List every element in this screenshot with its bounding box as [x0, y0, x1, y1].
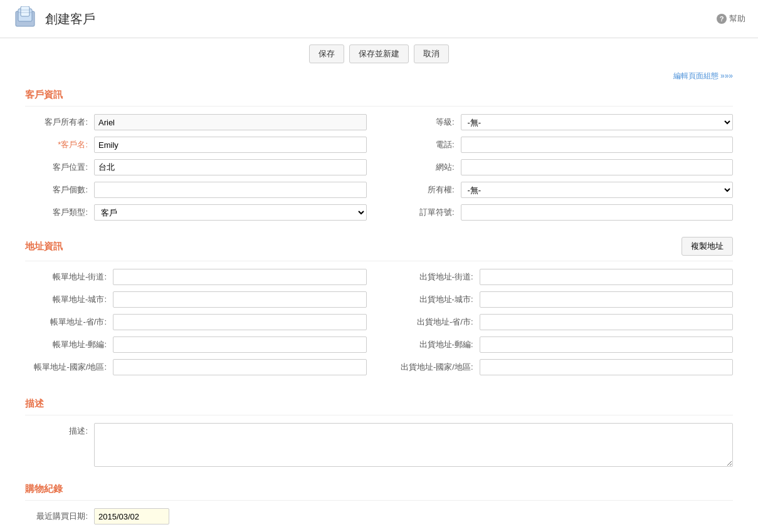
description-section: 描述 描述: [25, 392, 733, 467]
billing-state-label: 帳單地址-省/市: [25, 316, 113, 328]
purchase-history-title: 購物紀錄 [25, 477, 733, 501]
billing-zip-label: 帳單地址-郵編: [25, 339, 113, 350]
left-col: 客戶所有者: *客戶名: 客戶位置: 客戶個數: 客戶類型: [25, 114, 367, 227]
ownership-row: 所有權: -無- 公開 私人 合夥 [392, 182, 734, 198]
help-area: ? 幫助 [717, 13, 745, 24]
type-select[interactable]: 客戶 分析家 競爭者 合作夥伴 新聞媒體 代理商 其他 [94, 204, 367, 221]
billing-country-input[interactable] [113, 359, 367, 375]
shipping-street-label: 出貨地址-街道: [392, 271, 480, 283]
address-grid: 帳單地址-街道: 帳單地址-城市: 帳單地址-省/市: 帳單地址-郵編: 帳單地… [25, 269, 733, 382]
shipping-country-label: 出貨地址-國家/地區: [392, 362, 480, 373]
location-label: 客戶位置: [25, 162, 94, 173]
billing-state-input[interactable] [113, 314, 367, 330]
address-section-header: 地址資訊 複製地址 [25, 237, 733, 261]
help-icon: ? [717, 14, 727, 24]
shipping-street-input[interactable] [480, 269, 734, 285]
shipping-country-input[interactable] [480, 359, 734, 375]
page-title: 創建客戶 [45, 11, 95, 28]
customer-name-row: *客戶名: [25, 137, 367, 153]
customer-info-grid: 客戶所有者: *客戶名: 客戶位置: 客戶個數: 客戶類型: [25, 114, 733, 227]
shipping-state-row: 出貨地址-省/市: [392, 314, 734, 330]
phone-row: 電話: [392, 137, 734, 153]
customer-name-input[interactable] [94, 137, 367, 153]
billing-street-row: 帳單地址-街道: [25, 269, 367, 285]
shipping-city-row: 出貨地址-城市: [392, 291, 734, 308]
help-link[interactable]: 幫助 [729, 13, 745, 24]
rating-label: 等級: [392, 117, 461, 128]
billing-street-input[interactable] [113, 269, 367, 285]
location-input[interactable] [94, 159, 367, 175]
customer-name-label: *客戶名: [25, 139, 94, 150]
billing-state-row: 帳單地址-省/市: [25, 314, 367, 330]
main-toolbar: 保存 保存並新建 取消 [0, 38, 758, 70]
rating-row: 等級: -無- 熱門 暖和 冷淡 [392, 114, 734, 130]
description-title: 描述 [25, 392, 733, 415]
right-col: 等級: -無- 熱門 暖和 冷淡 電話: 網站: [392, 114, 734, 227]
location-row: 客戶位置: [25, 159, 367, 175]
website-input[interactable] [461, 159, 734, 175]
owner-label: 客戶所有者: [25, 117, 94, 128]
top-bar: 創建客戶 ? 幫助 [0, 0, 758, 38]
last-purchase-input[interactable] [94, 508, 169, 524]
shipping-state-label: 出貨地址-省/市: [392, 316, 480, 328]
shipping-street-row: 出貨地址-街道: [392, 269, 734, 285]
svg-rect-2 [21, 6, 29, 16]
order-number-label: 訂單符號: [392, 207, 461, 218]
owner-input[interactable] [94, 114, 367, 130]
address-info-title: 地址資訊 [25, 241, 63, 253]
customer-info-title: 客戶資訊 [25, 83, 733, 107]
description-label: 描述: [25, 423, 94, 437]
employees-row: 客戶個數: [25, 182, 367, 198]
ownership-select[interactable]: -無- 公開 私人 合夥 [461, 182, 734, 198]
save-new-button-top[interactable]: 保存並新建 [349, 44, 409, 63]
type-row: 客戶類型: 客戶 分析家 競爭者 合作夥伴 新聞媒體 代理商 其他 [25, 204, 367, 221]
shipping-city-input[interactable] [480, 291, 734, 308]
shipping-country-row: 出貨地址-國家/地區: [392, 359, 734, 375]
billing-country-label: 帳單地址-國家/地區: [25, 362, 113, 373]
phone-label: 電話: [392, 139, 461, 150]
page-content: 客戶資訊 客戶所有者: *客戶名: 客戶位置: 客戶個數: [0, 83, 758, 532]
shipping-state-input[interactable] [480, 314, 734, 330]
save-button-top[interactable]: 保存 [309, 44, 344, 63]
copy-address-button[interactable]: 複製地址 [682, 237, 733, 256]
employees-label: 客戶個數: [25, 184, 94, 196]
app-header-left: 創建客戶 [13, 6, 95, 31]
last-purchase-label: 最近購買日期: [25, 511, 94, 522]
billing-col: 帳單地址-街道: 帳單地址-城市: 帳單地址-省/市: 帳單地址-郵編: 帳單地… [25, 269, 367, 382]
billing-zip-input[interactable] [113, 336, 367, 353]
customer-info-section: 客戶資訊 客戶所有者: *客戶名: 客戶位置: 客戶個數: [25, 83, 733, 227]
shipping-zip-label: 出貨地址-郵編: [392, 339, 480, 350]
app-icon [13, 6, 38, 31]
edit-layout-link[interactable]: 編輯頁面組態 »»» [0, 70, 758, 83]
shipping-city-label: 出貨地址-城市: [392, 294, 480, 305]
billing-zip-row: 帳單地址-郵編: [25, 336, 367, 353]
billing-street-label: 帳單地址-街道: [25, 271, 113, 283]
ownership-label: 所有權: [392, 184, 461, 196]
website-row: 網站: [392, 159, 734, 175]
purchase-history-section: 購物紀錄 最近購買日期: [25, 477, 733, 524]
description-row: 描述: [25, 423, 733, 467]
website-label: 網站: [392, 162, 461, 173]
rating-select[interactable]: -無- 熱門 暖和 冷淡 [461, 114, 734, 130]
cancel-button-top[interactable]: 取消 [414, 44, 449, 63]
billing-city-label: 帳單地址-城市: [25, 294, 113, 305]
description-textarea[interactable] [94, 423, 733, 467]
employees-input[interactable] [94, 182, 367, 198]
billing-country-row: 帳單地址-國家/地區: [25, 359, 367, 375]
shipping-zip-input[interactable] [480, 336, 734, 353]
order-number-row: 訂單符號: [392, 204, 734, 221]
type-label: 客戶類型: [25, 207, 94, 218]
shipping-col: 出貨地址-街道: 出貨地址-城市: 出貨地址-省/市: 出貨地址-郵編: 出貨地… [392, 269, 734, 382]
address-info-section: 地址資訊 複製地址 帳單地址-街道: 帳單地址-城市: 帳單地址-省/市: [25, 237, 733, 382]
phone-input[interactable] [461, 137, 734, 153]
shipping-zip-row: 出貨地址-郵編: [392, 336, 734, 353]
order-number-input[interactable] [461, 204, 734, 221]
billing-city-input[interactable] [113, 291, 367, 308]
last-purchase-row: 最近購買日期: [25, 508, 733, 524]
owner-row: 客戶所有者: [25, 114, 367, 130]
billing-city-row: 帳單地址-城市: [25, 291, 367, 308]
